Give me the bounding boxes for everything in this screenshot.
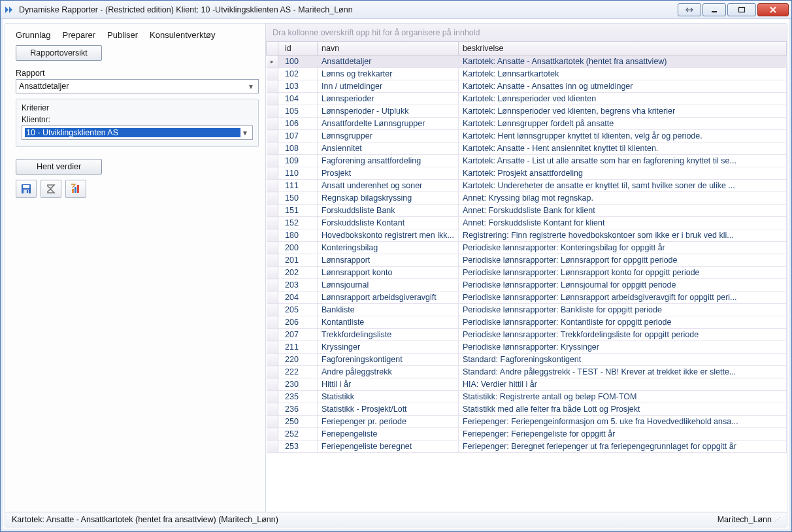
window-help-button[interactable] [678,3,701,16]
table-row[interactable]: 151Forskuddsliste BankAnnet: Forskuddsli… [267,205,787,217]
table-row[interactable]: 230Hittil i årHIA: Verdier hittil i år [267,378,787,391]
rapportoversikt-button[interactable]: Rapportoversikt [16,45,102,61]
cell-beskrivelse: Periodiske lønnsrapporter: Lønnsrapport … [458,267,786,279]
col-header-beskrivelse[interactable]: beskrivelse [458,42,786,56]
table-row[interactable]: 205BanklistePeriodiske lønnsrapporter: B… [267,304,787,316]
table-row[interactable]: 104LønnsperioderKartotek: Lønnsperioder … [267,93,787,105]
row-indicator [267,192,278,205]
table-row[interactable]: 107LønnsgrupperKartotek: Hent lønnsgrupp… [267,130,787,142]
cell-beskrivelse: Standard: Andre påleggstrekk - TEST - NB… [458,366,786,378]
table-row[interactable]: 222Andre påleggstrekkStandard: Andre pål… [267,366,787,378]
close-button[interactable] [757,3,789,16]
toolbar-icons [16,180,259,198]
table-row[interactable]: 110ProsjektKartotek: Prosjekt ansattford… [267,167,787,180]
kriterier-label: Kriterier [22,103,253,112]
row-indicator [267,267,278,279]
table-row[interactable]: ▸100AnsattdetaljerKartotek: Ansatte - An… [267,56,787,68]
table-row[interactable]: 211KryssingerPeriodiske lønnsrapporter: … [267,341,787,354]
cell-beskrivelse: Periodiske lønnsrapporter: Lønnsrapport … [458,254,786,267]
row-indicator [267,391,278,403]
chevron-down-icon: ▼ [240,129,250,137]
table-row[interactable]: 203LønnsjournalPeriodiske lønnsrapporter… [267,279,787,291]
cell-navn: Ansatt underenhet og soner [318,180,459,192]
hent-verdier-button[interactable]: Hent verdier [16,159,102,175]
cell-beskrivelse: Standard: Fagforeningskontigent [458,354,786,366]
group-by-strip[interactable]: Dra kollonne overskrift opp hit for å or… [266,24,787,42]
col-header-navn[interactable]: navn [318,42,459,56]
cell-navn: Feriepengeliste beregnet [318,441,459,453]
cell-beskrivelse: Feriepenger: Feriepengeliste for oppgitt… [458,428,786,441]
svg-rect-8 [72,189,74,193]
cell-id: 108 [278,142,318,155]
cell-beskrivelse: Kartotek: Undereheter de ansatte er knyt… [458,180,786,192]
menu-konsulentverktoy[interactable]: Konsulentverktøy [150,30,215,40]
table-row[interactable]: 202Lønnsrapport kontoPeriodiske lønnsrap… [267,267,787,279]
cell-id: 235 [278,391,318,403]
svg-rect-7 [27,190,28,193]
row-indicator [267,155,278,167]
table-row[interactable]: 207TrekkfordelingslistePeriodiske lønnsr… [267,329,787,341]
table-row[interactable]: 220FagforeningskontigentStandard: Fagfor… [267,354,787,366]
cell-id: 222 [278,366,318,378]
table-row[interactable]: 105Lønnsperioder - UtplukkKartotek: Lønn… [267,105,787,118]
minimize-button[interactable] [702,3,726,16]
cell-id: 211 [278,341,318,354]
table-row[interactable]: 106Ansattfordelte LønnsgrupperKartotek: … [267,118,787,130]
sum-icon-button[interactable] [41,180,61,198]
grid-scroll[interactable]: id navn beskrivelse ▸100AnsattdetaljerKa… [266,42,787,512]
cell-beskrivelse: Periodiske lønnsrapporter: Kontantliste … [458,316,786,329]
table-row[interactable]: 111Ansatt underenhet og sonerKartotek: U… [267,180,787,192]
table-row[interactable]: 200KonteringsbilagPeriodiske lønnsrappor… [267,242,787,254]
col-header-id[interactable]: id [278,42,318,56]
table-row[interactable]: 250Feriepenger pr. periodeFeriepenger: F… [267,416,787,428]
klientnr-combo[interactable]: 10 - Utviklingsklienten AS ▼ [22,125,253,140]
resize-grip-icon[interactable]: ⋰ [774,516,780,523]
table-row[interactable]: 252FeriepengelisteFeriepenger: Feriepeng… [267,428,787,441]
chart-icon-button[interactable] [65,180,86,198]
rapport-combo[interactable]: Ansattdetaljer ▼ [16,79,259,93]
cell-navn: Forskuddsliste Kontant [318,217,459,229]
table-row[interactable]: 201LønnsrapportPeriodiske lønnsrapporter… [267,254,787,267]
table-row[interactable]: 109Fagforening ansattfordelingKartotek: … [267,155,787,167]
cell-id: 107 [278,130,318,142]
cell-beskrivelse: Registrering: Finn registrerte hovedboks… [458,229,786,242]
left-pane: Grunnlag Preparer Publiser Konsulentverk… [5,24,265,512]
titlebar[interactable]: Dynamiske Rapporter - (Restricted editio… [1,1,791,19]
table-row[interactable]: 103Inn / utmeldingerKartotek: Ansatte - … [267,80,787,93]
menu-grunnlag[interactable]: Grunnlag [16,30,50,40]
cell-navn: Andre påleggstrekk [318,366,459,378]
menu-publiser[interactable]: Publiser [107,30,138,40]
table-row[interactable]: 102Lønns og trekkarterKartotek: Lønnsart… [267,68,787,80]
cell-id: 206 [278,316,318,329]
menubar: Grunnlag Preparer Publiser Konsulentverk… [16,27,259,45]
row-indicator [267,93,278,105]
window-title: Dynamiske Rapporter - (Restricted editio… [19,5,353,14]
cell-id: 103 [278,80,318,93]
table-row[interactable]: 206KontantlistePeriodiske lønnsrapporter… [267,316,787,329]
row-indicator [267,316,278,329]
table-row[interactable]: 150Regnskap bilagskryssingAnnet: Kryssin… [267,192,787,205]
table-row[interactable]: 108AnsiennitetKartotek: Ansatte - Hent a… [267,142,787,155]
row-indicator [267,229,278,242]
cell-id: 100 [278,56,318,68]
cell-navn: Kontantliste [318,316,459,329]
table-row[interactable]: 152Forskuddsliste KontantAnnet: Forskudd… [267,217,787,229]
table-row[interactable]: 236Statistikk - Prosjekt/LottStatistikk … [267,403,787,416]
maximize-button[interactable] [727,3,756,16]
table-row[interactable]: 180Hovedbokskonto registrert men ikk...R… [267,229,787,242]
row-indicator [267,279,278,291]
table-row[interactable]: 235StatistikkStatistikk: Registrerte ant… [267,391,787,403]
table-row[interactable]: 204Lønnsrapport arbeidsgiveravgiftPeriod… [267,291,787,304]
cell-id: 150 [278,192,318,205]
chevron-down-icon: ▼ [246,83,256,90]
cell-beskrivelse: Annet: Kryssing bilag mot regnskap. [458,192,786,205]
cell-beskrivelse: Periodiske lønnsrapporter: Bankliste for… [458,304,786,316]
table-row[interactable]: 253Feriepengeliste beregnetFeriepenger: … [267,441,787,453]
cell-navn: Prosjekt [318,167,459,180]
row-indicator [267,416,278,428]
cell-beskrivelse: Periodiske lønnsrapporter: Lønnsjournal … [458,279,786,291]
cell-id: 253 [278,441,318,453]
cell-navn: Ansiennitet [318,142,459,155]
save-icon-button[interactable] [16,180,37,198]
menu-preparer[interactable]: Preparer [62,30,95,40]
